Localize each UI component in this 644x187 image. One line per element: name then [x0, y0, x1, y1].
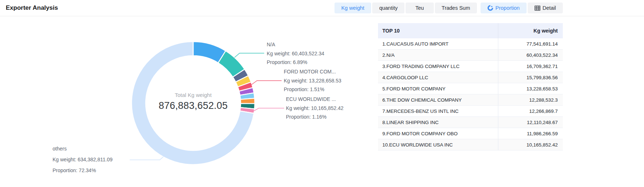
tab-teu[interactable]: Teu — [406, 3, 433, 13]
top10-table: TOP 10 Kg weight 1.CAUCASUS AUTO IMPORT7… — [378, 23, 563, 150]
tab-proportion[interactable]: Proportion — [481, 3, 527, 13]
label-leader-line — [130, 157, 163, 160]
top10-table-body: 1.CAUCASUS AUTO IMPORT77,541,691.142.N/A… — [378, 38, 563, 150]
table-row[interactable]: 5.FORD MOTOR COMPANY13,228,658.53 — [378, 83, 563, 94]
callout-ecu-worldwide: ECU WORLDWIDE ... Kg weight: 10,165,852.… — [286, 95, 344, 122]
callout-kg: Kg weight: 634,382,811.09 — [53, 154, 113, 165]
table-header-top10: TOP 10 — [378, 23, 498, 38]
kg-weight-cell: 11,986,266.59 — [498, 128, 563, 139]
callout-proportion: Proportion: 6.89% — [267, 58, 324, 67]
kg-weight-cell: 60,403,522.34 — [498, 50, 563, 60]
callout-na: N/A Kg weight: 60,403,522.34 Proportion:… — [267, 40, 324, 67]
exporter-name-cell: 2.N/A — [378, 50, 498, 60]
table-grid-icon — [535, 5, 540, 11]
table-row[interactable]: 3.FORD TRADING COMPANY LLC16,709,362.71 — [378, 61, 563, 72]
callout-proportion: Proportion: 1.51% — [284, 85, 341, 94]
exporter-name-cell: 3.FORD TRADING COMPANY LLC — [378, 61, 498, 72]
label-leader-line — [254, 108, 284, 111]
exporter-name-cell: 4.CARGOLOOP LLC — [378, 72, 498, 83]
callout-ford-motor: FORD MOTOR COM... Kg weight: 13,228,658.… — [284, 67, 341, 94]
callout-kg: Kg weight: 10,165,852.42 — [286, 104, 344, 113]
table-row[interactable]: 8.LINEAR SHIPPING INC12,110,248.67 — [378, 117, 563, 128]
table-header-row: TOP 10 Kg weight — [378, 23, 563, 38]
kg-weight-cell: 77,541,691.14 — [498, 38, 563, 49]
callout-proportion: Proportion: 1.16% — [286, 112, 344, 122]
table-row[interactable]: 10.ECU WORLDWIDE USA INC10,165,852.42 — [378, 139, 563, 150]
table-header-kg-weight: Kg weight — [498, 23, 563, 38]
table-row[interactable]: 7.MERCEDES-BENZ US INTL INC12,266,869.7 — [378, 106, 563, 117]
table-row[interactable]: 6.THE DOW CHEMICAL COMPANY12,288,532.3 — [378, 94, 563, 106]
callout-kg: Kg weight: 13,228,658.53 — [284, 76, 341, 85]
exporter-name-cell: 8.LINEAR SHIPPING INC — [378, 117, 498, 128]
pie-chart-icon — [487, 5, 493, 11]
exporter-name-cell: 1.CAUCASUS AUTO IMPORT — [378, 38, 498, 49]
exporter-name-cell: 7.MERCEDES-BENZ US INTL INC — [378, 106, 498, 116]
tab-quantity[interactable]: quantity — [372, 3, 404, 13]
pie-slice-linear-shipping-inc[interactable] — [241, 98, 255, 104]
table-row[interactable]: 4.CARGOLOOP LLC15,799,836.56 — [378, 72, 563, 83]
view-tab-group: Proportion Detail — [481, 3, 563, 13]
kg-weight-cell: 10,165,852.42 — [498, 139, 563, 150]
exporter-name-cell: 6.THE DOW CHEMICAL COMPANY — [378, 94, 498, 105]
kg-weight-cell: 12,288,532.3 — [498, 94, 563, 105]
callout-name: ECU WORLDWIDE ... — [286, 95, 344, 104]
kg-weight-cell: 15,799,836.56 — [498, 72, 563, 83]
callout-others: others Kg weight: 634,382,811.09 Proport… — [53, 143, 113, 176]
table-row[interactable]: 2.N/A60,403,522.34 — [378, 50, 563, 61]
exporter-name-cell: 9.FORD MOTOR COMPANY OBO — [378, 128, 498, 139]
callout-kg: Kg weight: 60,403,522.34 — [267, 49, 324, 58]
kg-weight-cell: 12,266,869.7 — [498, 106, 563, 116]
label-leader-line — [234, 53, 264, 58]
exporter-name-cell: 10.ECU WORLDWIDE USA INC — [378, 139, 498, 150]
callout-proportion: Proportion: 72.34% — [53, 165, 113, 176]
tab-trades-sum[interactable]: Trades Sum — [435, 3, 477, 13]
kg-weight-cell: 16,709,362.71 — [498, 61, 563, 72]
tab-detail[interactable]: Detail — [528, 3, 563, 13]
kg-weight-cell: 12,110,248.67 — [498, 117, 563, 128]
callout-name: N/A — [267, 40, 324, 49]
exporter-name-cell: 5.FORD MOTOR COMPANY — [378, 83, 498, 94]
label-leader-line — [252, 81, 282, 85]
header-tabs: Kg weight quantity Teu Trades Sum Propor… — [335, 3, 563, 13]
callout-name: others — [53, 143, 113, 154]
callout-name: FORD MOTOR COM... — [284, 67, 341, 76]
kg-weight-cell: 13,228,658.53 — [498, 83, 563, 94]
table-row[interactable]: 1.CAUCASUS AUTO IMPORT77,541,691.14 — [378, 38, 563, 50]
table-row[interactable]: 9.FORD MOTOR COMPANY OBO11,986,266.59 — [378, 128, 563, 139]
